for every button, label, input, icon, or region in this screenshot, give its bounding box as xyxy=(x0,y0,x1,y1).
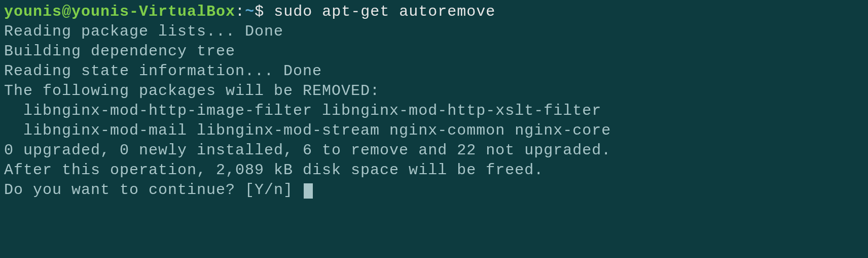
prompt-dollar: $ xyxy=(255,3,264,20)
output-line-8: After this operation, 2,089 kB disk spac… xyxy=(4,160,864,180)
prompt-path: ~ xyxy=(245,3,255,20)
prompt-at: @ xyxy=(62,3,71,20)
prompt-line: younis@younis-VirtualBox:~$ sudo apt-get… xyxy=(4,2,864,22)
output-line-1: Reading package lists... Done xyxy=(4,22,864,42)
output-line-4: The following packages will be REMOVED: xyxy=(4,81,864,101)
output-line-6: libnginx-mod-mail libnginx-mod-stream ng… xyxy=(4,121,864,141)
command-text: sudo apt-get autoremove xyxy=(274,3,495,20)
terminal-window[interactable]: younis@younis-VirtualBox:~$ sudo apt-get… xyxy=(4,2,864,200)
output-line-3: Reading state information... Done xyxy=(4,61,864,81)
prompt-colon: : xyxy=(235,3,245,20)
prompt-host: younis-VirtualBox xyxy=(71,3,235,20)
output-line-9: Do you want to continue? [Y/n] xyxy=(4,180,864,200)
output-line-2: Building dependency tree xyxy=(4,42,864,61)
output-line-5: libnginx-mod-http-image-filter libnginx-… xyxy=(4,101,864,121)
continue-prompt: Do you want to continue? [Y/n] xyxy=(4,181,303,199)
terminal-cursor[interactable] xyxy=(304,183,313,199)
output-line-7: 0 upgraded, 0 newly installed, 6 to remo… xyxy=(4,141,864,160)
prompt-user: younis xyxy=(4,3,62,20)
prompt-command xyxy=(264,3,274,20)
